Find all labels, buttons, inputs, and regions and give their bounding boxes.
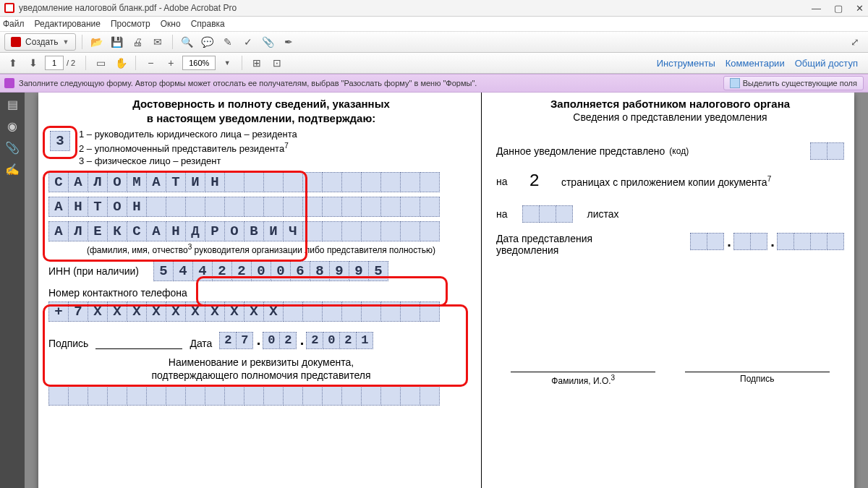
save-icon[interactable]: 💾	[109, 33, 126, 51]
form-cell[interactable]: 7	[236, 332, 253, 349]
form-cell[interactable]	[420, 197, 440, 217]
form-cell[interactable]	[263, 172, 284, 192]
form-cell[interactable]: 5	[153, 261, 174, 281]
form-cell[interactable]	[827, 233, 844, 250]
inn-field[interactable]: 544220068995	[153, 261, 388, 281]
form-cell[interactable]: 4	[192, 261, 213, 281]
form-cell[interactable]: А	[48, 221, 69, 241]
form-cell[interactable]	[341, 172, 362, 192]
form-cell[interactable]	[733, 233, 751, 250]
form-cell[interactable]: Н	[127, 197, 147, 217]
form-cell[interactable]: 0	[323, 332, 340, 349]
form-cell[interactable]	[361, 385, 381, 406]
form-cell[interactable]	[380, 197, 401, 217]
form-cell[interactable]: 0	[271, 261, 291, 281]
menu-edit[interactable]: Редактирование	[35, 19, 101, 29]
form-cell[interactable]: А	[146, 172, 166, 192]
confirm-code-field[interactable]: 3	[50, 131, 70, 151]
mail-icon[interactable]: ✉	[149, 33, 166, 51]
form-cell[interactable]	[322, 197, 342, 217]
form-cell[interactable]	[400, 301, 420, 322]
form-cell[interactable]: Р	[205, 221, 225, 241]
form-cell[interactable]	[810, 142, 827, 160]
thumbnails-icon[interactable]: ▤	[5, 97, 20, 111]
form-cell[interactable]: И	[263, 221, 284, 241]
form-cell[interactable]	[302, 385, 323, 406]
form-cell[interactable]	[244, 197, 264, 217]
phone-field[interactable]: +7XXXXXXXXXX	[48, 301, 474, 322]
create-button[interactable]: Создать ▼	[4, 33, 76, 51]
form-cell[interactable]	[777, 233, 794, 250]
form-cell[interactable]	[380, 301, 401, 322]
form-cell[interactable]: 0	[263, 332, 280, 349]
menu-help[interactable]: Справка	[191, 19, 225, 29]
form-cell[interactable]: 7	[68, 301, 88, 322]
attach-icon[interactable]: 📎	[260, 33, 277, 51]
lastname-field[interactable]: САЛОМАТИН	[48, 172, 474, 192]
form-cell[interactable]	[420, 301, 440, 322]
form-cell[interactable]: X	[224, 301, 244, 322]
form-cell[interactable]	[185, 385, 205, 406]
form-cell[interactable]: 2	[219, 332, 237, 349]
form-cell[interactable]	[283, 197, 303, 217]
tools-link[interactable]: Инструменты	[657, 58, 715, 69]
document-name-field-1[interactable]	[48, 385, 474, 406]
form-cell[interactable]	[127, 385, 147, 406]
form-cell[interactable]	[341, 197, 362, 217]
form-cell[interactable]: 1	[356, 332, 373, 349]
form-cell[interactable]	[322, 385, 342, 406]
menu-window[interactable]: Окно	[161, 19, 181, 29]
submit-date-field[interactable]: ..	[690, 233, 844, 250]
note-icon[interactable]: 💬	[199, 33, 216, 51]
form-cell[interactable]	[361, 172, 381, 192]
form-cell[interactable]	[185, 197, 205, 217]
search-doc-icon[interactable]: 🔍	[179, 33, 196, 51]
form-cell[interactable]: Т	[88, 197, 108, 217]
form-cell[interactable]	[302, 172, 323, 192]
page-down-icon[interactable]: ⬇	[25, 54, 42, 72]
minimize-button[interactable]: —	[812, 3, 821, 14]
sign-icon[interactable]: ✒	[280, 33, 297, 51]
form-cell[interactable]	[283, 172, 303, 192]
form-cell[interactable]	[88, 385, 108, 406]
form-cell[interactable]	[302, 301, 323, 322]
form-cell[interactable]	[420, 172, 440, 192]
form-cell[interactable]	[146, 197, 166, 217]
form-cell[interactable]	[224, 172, 244, 192]
form-cell[interactable]	[420, 221, 440, 241]
form-cell[interactable]: 2	[339, 332, 357, 349]
share-link[interactable]: Общий доступ	[795, 58, 858, 69]
form-cell[interactable]: +	[48, 301, 69, 322]
fit-width-icon[interactable]: ⊞	[248, 54, 265, 72]
form-cell[interactable]	[166, 197, 186, 217]
form-cell[interactable]	[166, 385, 186, 406]
zoom-dropdown-icon[interactable]: ▼	[218, 54, 236, 72]
page-up-icon[interactable]: ⬆	[4, 54, 22, 72]
form-cell[interactable]	[322, 221, 342, 241]
bookmarks-icon[interactable]: ◉	[5, 119, 20, 133]
form-cell[interactable]	[244, 172, 264, 192]
form-cell[interactable]	[400, 385, 420, 406]
form-cell[interactable]: А	[146, 221, 166, 241]
form-cell[interactable]: X	[263, 301, 284, 322]
form-cell[interactable]	[263, 385, 284, 406]
document-pane[interactable]: Достоверность и полноту сведений, указан…	[25, 93, 868, 488]
form-cell[interactable]	[380, 221, 401, 241]
expand-icon[interactable]: ⤢	[846, 33, 864, 51]
form-cell[interactable]	[539, 205, 556, 223]
form-cell[interactable]: X	[166, 301, 186, 322]
form-cell[interactable]	[48, 385, 69, 406]
form-cell[interactable]: 4	[173, 261, 193, 281]
form-cell[interactable]	[341, 301, 362, 322]
highlight-icon[interactable]: ✎	[219, 33, 237, 51]
select-tool-icon[interactable]: ▭	[92, 54, 109, 72]
form-cell[interactable]: Н	[166, 221, 186, 241]
signatures-icon[interactable]: ✍	[5, 162, 20, 176]
form-cell[interactable]: 8	[310, 261, 330, 281]
sheets-field[interactable]	[522, 205, 573, 223]
form-cell[interactable]	[380, 385, 401, 406]
form-cell[interactable]	[244, 385, 264, 406]
form-cell[interactable]	[400, 221, 420, 241]
form-cell[interactable]: 9	[349, 261, 369, 281]
stamp-icon[interactable]: ✓	[239, 33, 257, 51]
